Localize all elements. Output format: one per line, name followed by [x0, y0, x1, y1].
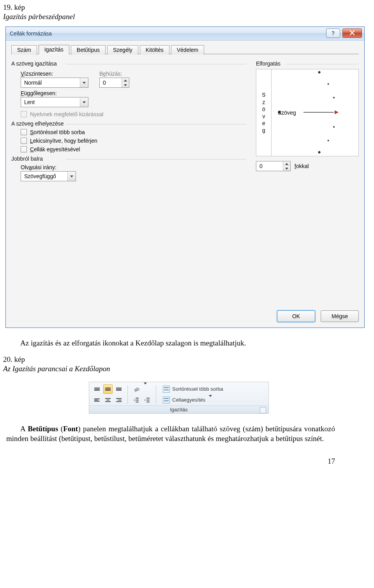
- close-button[interactable]: [342, 28, 362, 38]
- help-icon: ?: [332, 30, 335, 36]
- paragraph-ribbon-note: Az igazítás és az elforgatás ikonokat a …: [6, 338, 335, 348]
- chevron-down-icon[interactable]: [144, 384, 147, 394]
- svg-point-8: [318, 151, 321, 154]
- format-cells-dialog: Cellák formázása ? Szám Igazítás Betűtíp…: [5, 27, 365, 328]
- tab-alignment[interactable]: Igazítás: [39, 45, 69, 54]
- label-vertical: Függőlegesen:: [21, 90, 247, 96]
- svg-point-3: [318, 71, 321, 74]
- tab-font[interactable]: Betűtípus: [71, 45, 106, 55]
- align-bottom-button[interactable]: [114, 384, 123, 394]
- cancel-button[interactable]: Mégse: [321, 310, 359, 322]
- help-button[interactable]: ?: [326, 28, 340, 38]
- orientation-text-label: Szöveg: [278, 110, 296, 116]
- orientation-vertical-button[interactable]: Szöveg: [256, 69, 272, 156]
- combo-horizontal-value: Normál: [21, 80, 80, 86]
- chevron-down-icon: [80, 78, 88, 87]
- spinner-degrees[interactable]: 0: [256, 161, 291, 171]
- wrap-text-icon: [163, 386, 170, 393]
- label-horizontal: Vízszintesen:: [21, 71, 88, 77]
- checkbox-merge[interactable]: Cellák egyesítésével: [21, 146, 247, 152]
- figure20-caption: Az Igazítás parancsai a Kezdőlapon: [3, 365, 355, 373]
- titlebar[interactable]: Cellák formázása ?: [6, 27, 364, 41]
- decrease-indent-button[interactable]: [132, 395, 141, 405]
- wrap-text-button[interactable]: Sortöréssel több sorba: [160, 384, 265, 394]
- group-rtl: Jobbról balra: [11, 156, 247, 162]
- align-right-button[interactable]: [114, 395, 123, 405]
- combo-vertical-value: Lent: [21, 99, 80, 105]
- orientation-button[interactable]: ab: [132, 384, 141, 394]
- ok-button[interactable]: OK: [277, 310, 315, 322]
- figure19-number: 19. kép: [3, 3, 355, 12]
- ribbon-alignment-group: ab Sortöréssel több sorba: [89, 382, 269, 414]
- group-orientation: Elforgatás: [256, 60, 359, 67]
- orientation-dial[interactable]: Szöveg: [272, 69, 358, 156]
- tab-fill[interactable]: Kitöltés: [140, 45, 169, 55]
- svg-point-5: [333, 97, 335, 99]
- tab-number[interactable]: Szám: [11, 45, 37, 55]
- chevron-down-icon: [209, 397, 212, 403]
- figure19-caption: Igazítás párbeszédpanel: [3, 12, 355, 21]
- caret-up-icon[interactable]: [122, 78, 129, 83]
- figure20-number: 20. kép: [3, 355, 355, 364]
- svg-point-4: [327, 83, 329, 85]
- label-degrees-unit: fokkal: [295, 163, 309, 169]
- page-number: 17: [3, 457, 335, 466]
- spinner-degrees-value: 0: [256, 161, 283, 171]
- chevron-down-icon: [67, 172, 76, 181]
- align-center-button[interactable]: [103, 395, 113, 405]
- vertical-text-label: Szöveg: [262, 91, 265, 134]
- checkbox-icon: [21, 146, 27, 152]
- orientation-widget[interactable]: Szöveg: [256, 69, 359, 156]
- align-left-button[interactable]: [92, 395, 102, 405]
- group-text-placement: A szöveg elhelyezése: [11, 120, 247, 127]
- dialog-title: Cellák formázása: [6, 30, 52, 37]
- checkbox-shrink[interactable]: Lekicsinyítve, hogy beférjen: [21, 138, 247, 144]
- combo-reading-dir-value: Szövegfüggő: [21, 173, 67, 179]
- group-text-alignment: A szöveg igazítása: [11, 60, 247, 67]
- caret-down-icon[interactable]: [283, 166, 290, 171]
- ribbon-group-caption: Igazítás: [89, 406, 268, 413]
- increase-indent-button[interactable]: [143, 395, 152, 405]
- label-indent: Behúzás:: [99, 71, 129, 77]
- caret-down-icon[interactable]: [122, 83, 129, 87]
- svg-point-7: [327, 140, 329, 142]
- paragraph-font-panel: A Betűtípus (Font) panelen megtalálhatju…: [6, 424, 335, 444]
- close-icon: [349, 30, 355, 37]
- spinner-indent-value: 0: [100, 78, 122, 87]
- spinner-indent[interactable]: 0: [99, 78, 129, 88]
- merge-cells-icon: [163, 397, 170, 404]
- combo-horizontal[interactable]: Normál: [21, 78, 88, 88]
- label-reading-dir: Olvasási irány:: [21, 164, 247, 170]
- chevron-down-icon: [80, 97, 88, 107]
- merge-cells-button[interactable]: Cellaegyesítés: [160, 395, 265, 405]
- svg-point-6: [333, 126, 335, 128]
- tab-protection[interactable]: Védelem: [171, 45, 204, 55]
- checkbox-wrap[interactable]: Sortöréssel több sorba: [21, 129, 247, 135]
- checkbox-icon: [21, 138, 27, 144]
- caret-up-icon[interactable]: [283, 161, 290, 166]
- checkbox-icon: [21, 111, 27, 117]
- tab-border[interactable]: Szegély: [107, 45, 138, 55]
- svg-text:ab: ab: [133, 386, 139, 392]
- tabstrip: Szám Igazítás Betűtípus Szegély Kitöltés…: [11, 45, 359, 54]
- combo-reading-dir[interactable]: Szövegfüggő: [21, 171, 76, 181]
- checkbox-lang-justify: Nyelvnek megfelelő kizárással: [21, 111, 247, 117]
- orientation-handle-icon: [335, 110, 339, 114]
- dialog-launcher-button[interactable]: [260, 407, 266, 413]
- align-middle-button[interactable]: [103, 384, 113, 394]
- combo-vertical[interactable]: Lent: [21, 97, 88, 107]
- align-top-button[interactable]: [92, 384, 102, 394]
- checkbox-icon: [21, 129, 27, 135]
